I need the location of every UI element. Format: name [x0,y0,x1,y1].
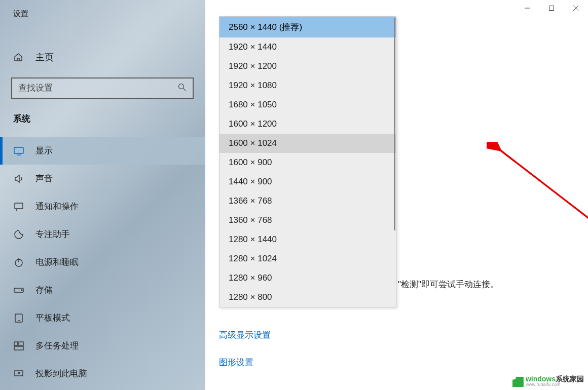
nav-label: 显示 [35,145,53,157]
hint-text: "检测"即可尝试手动连接。 [398,279,499,290]
sidebar-item-notifications[interactable]: 通知和操作 [0,192,205,220]
sidebar: 设置 主页 系统 显示 [0,0,205,390]
sidebar-item-storage[interactable]: 存储 [0,276,205,304]
power-icon [13,257,24,267]
focus-icon [13,229,24,240]
home-label: 主页 [35,51,54,63]
svg-point-8 [21,290,22,291]
dropdown-option[interactable]: 2560 × 1440 (推荐) [219,17,396,37]
tablet-icon [13,314,24,323]
search-input[interactable] [18,83,170,93]
watermark-sub: www.ruhaifu.com [526,382,584,387]
display-icon [13,146,24,155]
watermark-text: windows系统家园 [526,375,584,382]
nav-label: 存储 [35,284,53,296]
dropdown-option[interactable]: 1280 × 1024 [219,249,396,268]
nav-list: 显示 声音 通知和操作 专注助手 [0,134,205,387]
sidebar-item-focus[interactable]: 专注助手 [0,220,205,248]
dropdown-option[interactable]: 1360 × 768 [219,211,396,230]
home-button[interactable]: 主页 [0,45,205,69]
svg-rect-11 [14,342,18,345]
titlebar [515,0,588,16]
watermark-logo-icon [512,377,524,387]
annotation-arrow [487,142,588,294]
sidebar-item-project[interactable]: 投影到此电脑 [0,360,205,387]
nav-label: 专注助手 [35,228,70,240]
svg-rect-4 [15,203,23,209]
maximize-button[interactable] [539,0,564,16]
dropdown-list: 2560 × 1440 (推荐) 1920 × 1440 1920 × 1200… [219,17,396,307]
multitask-icon [13,341,24,350]
sidebar-item-multitask[interactable]: 多任务处理 [0,332,205,360]
nav-label: 电源和睡眠 [35,256,79,268]
sidebar-item-tablet[interactable]: 平板模式 [0,304,205,332]
dropdown-option[interactable]: 1920 × 1200 [219,57,396,76]
advanced-display-link[interactable]: 高级显示设置 [219,329,271,341]
nav-label: 通知和操作 [35,201,79,212]
sidebar-item-power[interactable]: 电源和睡眠 [0,248,205,276]
storage-icon [13,287,24,294]
search-icon [177,83,187,94]
sidebar-item-display[interactable]: 显示 [0,137,205,165]
nav-label: 平板模式 [35,312,70,324]
dropdown-option[interactable]: 1600 × 900 [219,153,396,172]
dropdown-option[interactable]: 1366 × 768 [219,191,396,211]
sidebar-item-sound[interactable]: 声音 [0,165,205,192]
search-box[interactable] [11,77,194,99]
settings-window: 设置 主页 系统 显示 [0,0,588,390]
watermark: windows系统家园 www.ruhaifu.com [512,375,584,387]
dropdown-option[interactable]: 1600 × 1024 [219,134,396,153]
notifications-icon [13,202,24,211]
dropdown-option[interactable]: 1920 × 1440 [219,37,396,57]
dropdown-option[interactable]: 1280 × 960 [219,268,396,288]
svg-rect-2 [14,147,23,153]
svg-point-0 [179,84,184,89]
resolution-dropdown[interactable]: 2560 × 1440 (推荐) 1920 × 1440 1920 × 1200… [219,16,396,307]
svg-rect-12 [19,342,23,345]
nav-label: 多任务处理 [35,340,79,352]
dropdown-option[interactable]: 1920 × 1080 [219,76,396,95]
home-icon [13,52,24,62]
graphics-settings-link[interactable]: 图形设置 [219,357,253,368]
svg-rect-13 [14,346,23,350]
project-icon [13,369,24,378]
minimize-button[interactable] [515,0,539,16]
svg-line-19 [499,149,588,268]
nav-label: 声音 [35,173,53,184]
dropdown-option[interactable]: 1600 × 1200 [219,114,396,134]
main-content: 2560 × 1440 (推荐) 1920 × 1440 1920 × 1200… [205,0,588,390]
close-button[interactable] [564,0,588,16]
dropdown-option[interactable]: 1280 × 800 [219,288,396,307]
dropdown-option[interactable]: 1440 × 900 [219,172,396,191]
dropdown-scrollbar[interactable] [394,18,395,230]
svg-line-1 [183,89,186,91]
dropdown-option[interactable]: 1680 × 1050 [219,95,396,114]
section-label: 系统 [0,99,205,134]
window-title: 设置 [0,0,205,28]
nav-label: 投影到此电脑 [35,368,87,379]
sound-icon [13,174,24,183]
svg-rect-16 [549,6,554,11]
dropdown-option[interactable]: 1280 × 1440 [219,230,396,249]
